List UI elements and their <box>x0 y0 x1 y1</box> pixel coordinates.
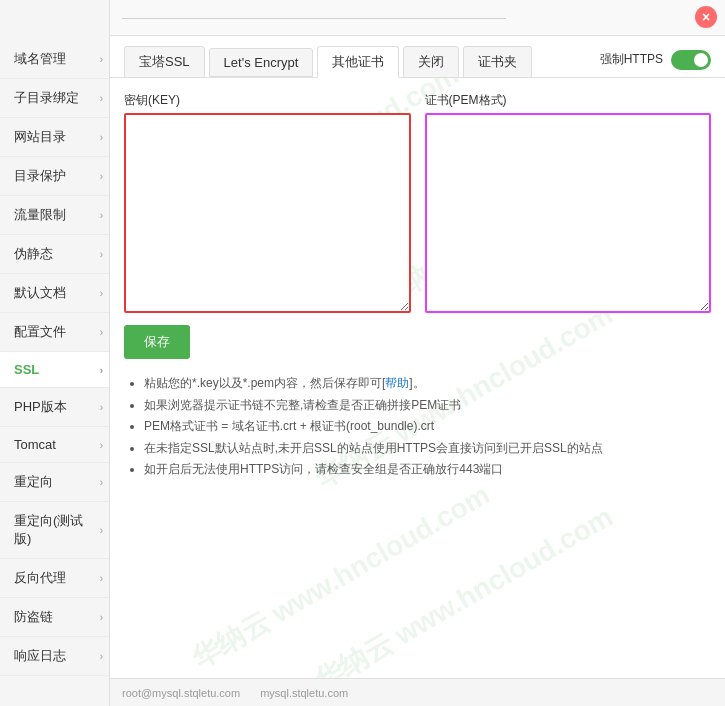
arrow-icon: › <box>100 132 103 143</box>
main-content: ———————————————————————————————— 宝塔SSL L… <box>110 0 725 706</box>
arrow-icon: › <box>100 210 103 221</box>
textarea-row: 密钥(KEY) 证书(PEM格式) <box>124 92 711 313</box>
tab-close[interactable]: 关闭 <box>403 46 459 78</box>
content-area: 华纳云 www.hncloud.com 华纳云 www.hncloud.com … <box>110 78 725 678</box>
key-label: 密钥(KEY) <box>124 92 411 109</box>
save-button[interactable]: 保存 <box>124 325 190 359</box>
close-button[interactable]: × <box>695 6 717 28</box>
arrow-icon: › <box>100 327 103 338</box>
sidebar-item-access-log[interactable]: 响应日志 › <box>0 637 109 676</box>
tab-lets-encrypt[interactable]: Let's Encrypt <box>209 48 314 77</box>
bottom-left: root@mysql.stqletu.com <box>122 687 240 699</box>
modal: × 域名管理 › 子目录绑定 › 网站目录 › 目录保护 › 流量限制 › 伪静… <box>0 0 725 706</box>
instructions-list: 粘贴您的*.key以及*.pem内容，然后保存即可[帮助]。 如果浏览器提示证书… <box>124 373 711 481</box>
arrow-icon: › <box>100 54 103 65</box>
arrow-icon: › <box>100 573 103 584</box>
arrow-icon: › <box>100 525 103 536</box>
sidebar-item-subdir-bind[interactable]: 子目录绑定 › <box>0 79 109 118</box>
sidebar-item-domain-mgmt[interactable]: 域名管理 › <box>0 40 109 79</box>
instruction-item-5: 如开启后无法使用HTTPS访问，请检查安全组是否正确放行443端口 <box>144 459 711 481</box>
force-https-label: 强制HTTPS <box>600 51 663 68</box>
sidebar-item-dir-protect[interactable]: 目录保护 › <box>0 157 109 196</box>
key-group: 密钥(KEY) <box>124 92 411 313</box>
arrow-icon: › <box>100 93 103 104</box>
instruction-item-4: 在未指定SSL默认站点时,未开启SSL的站点使用HTTPS会直接访问到已开启SS… <box>144 438 711 460</box>
arrow-icon: › <box>100 439 103 450</box>
arrow-icon: › <box>100 651 103 662</box>
instruction-item-3: PEM格式证书 = 域名证书.crt + 根证书(root_bundle).cr… <box>144 416 711 438</box>
sidebar-item-redirect-test[interactable]: 重定向(测试版) › <box>0 502 109 559</box>
sidebar: 域名管理 › 子目录绑定 › 网站目录 › 目录保护 › 流量限制 › 伪静态 … <box>0 0 110 706</box>
sidebar-item-pseudo-static[interactable]: 伪静态 › <box>0 235 109 274</box>
sidebar-item-php-version[interactable]: PHP版本 › <box>0 388 109 427</box>
arrow-icon: › <box>100 612 103 623</box>
arrow-icon: › <box>100 402 103 413</box>
sidebar-item-anti-hotlink[interactable]: 防盗链 › <box>0 598 109 637</box>
key-input[interactable] <box>124 113 411 313</box>
instruction-item-2: 如果浏览器提示证书链不完整,请检查是否正确拼接PEM证书 <box>144 395 711 417</box>
tab-bar: 宝塔SSL Let's Encrypt 其他证书 关闭 证书夹 强制HTTPS <box>110 36 725 78</box>
arrow-icon: › <box>100 171 103 182</box>
cert-group: 证书(PEM格式) <box>425 92 712 313</box>
sidebar-item-flow-limit[interactable]: 流量限制 › <box>0 196 109 235</box>
tab-baota-ssl[interactable]: 宝塔SSL <box>124 46 205 78</box>
help-link[interactable]: 帮助 <box>385 376 409 390</box>
sidebar-item-reverse-proxy[interactable]: 反向代理 › <box>0 559 109 598</box>
sidebar-item-tomcat[interactable]: Tomcat › <box>0 427 109 463</box>
tab-cert-folder[interactable]: 证书夹 <box>463 46 532 78</box>
sidebar-item-config-file[interactable]: 配置文件 › <box>0 313 109 352</box>
sidebar-item-site-dir[interactable]: 网站目录 › <box>0 118 109 157</box>
arrow-icon: › <box>100 249 103 260</box>
arrow-icon: › <box>100 477 103 488</box>
cert-input[interactable] <box>425 113 712 313</box>
instruction-item-1: 粘贴您的*.key以及*.pem内容，然后保存即可[帮助]。 <box>144 373 711 395</box>
top-bar: ———————————————————————————————— <box>110 0 725 36</box>
cert-label: 证书(PEM格式) <box>425 92 712 109</box>
arrow-icon: › <box>100 364 103 375</box>
sidebar-item-default-doc[interactable]: 默认文档 › <box>0 274 109 313</box>
sidebar-item-redirect[interactable]: 重定向 › <box>0 463 109 502</box>
tab-other-cert[interactable]: 其他证书 <box>317 46 399 78</box>
force-https-area: 强制HTTPS <box>600 50 711 74</box>
bottom-bar: root@mysql.stqletu.com mysql.stqletu.com <box>110 678 725 706</box>
arrow-icon: › <box>100 288 103 299</box>
bottom-right: mysql.stqletu.com <box>260 687 348 699</box>
force-https-toggle[interactable] <box>671 50 711 70</box>
sidebar-item-ssl[interactable]: SSL › <box>0 352 109 388</box>
